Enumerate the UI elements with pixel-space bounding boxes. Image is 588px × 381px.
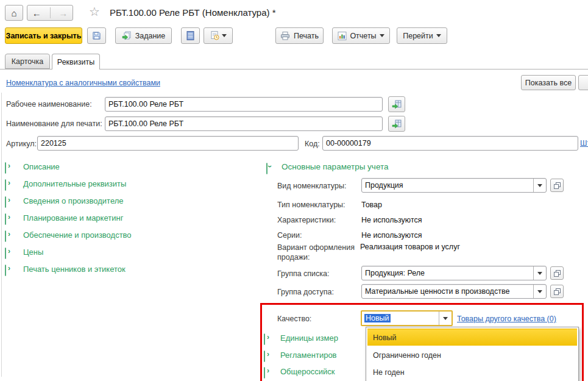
quality-value-wrap: Новый bbox=[362, 314, 439, 322]
section-label: Цены bbox=[23, 247, 43, 257]
sale-option-value: Реализация товаров и услуг bbox=[360, 243, 460, 251]
home-button[interactable]: ⌂ bbox=[5, 5, 23, 21]
task-button[interactable]: Задание bbox=[115, 27, 172, 44]
print-button[interactable]: Печать bbox=[275, 27, 324, 44]
tab-card[interactable]: Карточка bbox=[5, 54, 50, 69]
list-group-combobox[interactable]: Продукция: Реле bbox=[361, 266, 547, 280]
section-supply-production[interactable]: Обеспечение и производство bbox=[5, 230, 6, 241]
kind-label: Вид номенклатуры: bbox=[277, 182, 346, 190]
section-units[interactable]: Единицы измер bbox=[264, 333, 265, 344]
section-collapsed-icon bbox=[5, 179, 6, 191]
similar-items-link[interactable]: Номенклатура с аналогичными свойствами bbox=[6, 79, 160, 87]
barcodes-link[interactable]: Штр bbox=[580, 139, 588, 148]
section-regulated[interactable]: Регламентиров bbox=[264, 351, 265, 361]
show-all-button[interactable]: Показать все bbox=[521, 75, 576, 90]
print-name-pick-button[interactable] bbox=[388, 116, 405, 132]
task-label: Задание bbox=[135, 32, 166, 40]
tab-details[interactable]: Реквизиты bbox=[52, 54, 100, 69]
forward-button[interactable]: → bbox=[54, 8, 73, 18]
dropdown-option-new[interactable]: Новый bbox=[367, 329, 577, 346]
section-description[interactable]: Описание bbox=[5, 162, 6, 173]
dropdown-arrow-icon bbox=[443, 317, 448, 320]
section-classifiers[interactable]: Общероссийск bbox=[264, 367, 265, 378]
section-label: Сведения о производителе bbox=[23, 196, 124, 205]
section-collapsed-icon bbox=[5, 230, 6, 242]
kind-open-button[interactable] bbox=[550, 179, 564, 192]
favorite-star-icon[interactable]: ☆ bbox=[89, 4, 100, 19]
quality-value: Новый bbox=[364, 314, 391, 322]
section-planning-marketing[interactable]: Планирование и маркетинг bbox=[5, 213, 6, 224]
nomenclature-form-window: ⌂ ← → ☆ РБТ.100.00 Реле РБТ (Номенклатур… bbox=[0, 0, 588, 381]
reports-button[interactable]: Отчеты bbox=[332, 27, 390, 44]
printer-icon bbox=[280, 32, 290, 40]
save-and-close-button[interactable]: Записать и закрыть bbox=[5, 27, 82, 44]
working-name-pick-button[interactable] bbox=[388, 96, 405, 112]
select-value-icon bbox=[392, 100, 402, 109]
access-group-value: Материальные ценности в производстве bbox=[362, 287, 533, 296]
section-collapsed-icon bbox=[5, 162, 6, 174]
task-icon bbox=[122, 31, 132, 41]
kind-value: Продукция bbox=[362, 181, 533, 190]
back-icon: ← bbox=[32, 8, 41, 18]
list-group-value: Продукция: Реле bbox=[362, 269, 533, 277]
section-collapsed-icon bbox=[5, 196, 6, 208]
section-label: Основные параметры учета bbox=[282, 162, 389, 171]
nav-divider bbox=[50, 7, 51, 18]
print-name-label: Наименование для печати: bbox=[6, 119, 102, 128]
change-history-button[interactable] bbox=[204, 27, 233, 44]
document-history-icon bbox=[210, 31, 219, 40]
section-prices[interactable]: Цены bbox=[5, 247, 6, 258]
section-main-params[interactable]: Основные параметры учета bbox=[266, 162, 267, 173]
page-title: РБТ.100.00 Реле РБТ (Номенклатура) * bbox=[110, 7, 276, 18]
access-group-combobox[interactable]: Материальные ценности в производстве bbox=[361, 284, 547, 299]
article-input[interactable]: 220125 bbox=[37, 136, 299, 151]
back-button[interactable]: ← bbox=[27, 8, 46, 18]
characteristics-label: Характеристики: bbox=[277, 216, 336, 224]
dropdown-option-unfit[interactable]: Не годен bbox=[366, 364, 578, 381]
report-chart-icon bbox=[338, 32, 347, 40]
panel-left-border bbox=[1, 93, 2, 377]
dropdown-option-limited[interactable]: Ограниченно годен bbox=[366, 347, 578, 364]
dropdown-arrow-icon bbox=[222, 34, 227, 37]
working-name-input[interactable]: РБТ.100.00 Реле РБТ bbox=[105, 97, 383, 112]
registry-list-icon bbox=[186, 31, 194, 40]
type-value: Товар bbox=[361, 201, 382, 209]
combo-arrow-zone[interactable] bbox=[439, 312, 452, 325]
registry-button[interactable] bbox=[181, 27, 200, 44]
print-name-input[interactable]: РБТ.100.00 Реле РБТ bbox=[105, 116, 383, 131]
dropdown-arrow-icon bbox=[436, 34, 441, 37]
section-manufacturer-info[interactable]: Сведения о производителе bbox=[5, 196, 6, 207]
section-collapsed-icon bbox=[5, 247, 6, 259]
quality-combobox[interactable]: Новый bbox=[361, 310, 453, 326]
reports-label: Отчеты bbox=[350, 32, 376, 40]
print-label: Печать bbox=[294, 32, 319, 40]
characteristics-value: Не используются bbox=[361, 216, 422, 224]
open-form-icon bbox=[554, 270, 561, 277]
list-group-label: Группа списка: bbox=[277, 269, 330, 278]
section-collapsed-icon bbox=[264, 367, 265, 379]
list-group-open-button[interactable] bbox=[550, 266, 564, 280]
section-collapsed-icon bbox=[5, 265, 6, 276]
section-label: Печать ценников и этикеток bbox=[23, 265, 126, 274]
section-collapsed-icon bbox=[264, 351, 265, 362]
kind-combobox[interactable]: Продукция bbox=[361, 178, 547, 193]
section-label: Планирование и маркетинг bbox=[23, 213, 123, 223]
save-button[interactable] bbox=[87, 27, 106, 44]
access-group-open-button[interactable] bbox=[550, 285, 564, 298]
dropdown-arrow-icon bbox=[537, 184, 542, 187]
series-label: Серии: bbox=[277, 231, 302, 240]
combo-arrow-zone[interactable] bbox=[533, 266, 546, 280]
combo-arrow-zone[interactable] bbox=[533, 285, 546, 298]
code-input[interactable]: 00-00000179 bbox=[322, 136, 578, 151]
combo-arrow-zone[interactable] bbox=[533, 179, 546, 192]
goto-button[interactable]: Перейти bbox=[397, 27, 447, 44]
edge-partial-button[interactable] bbox=[578, 75, 588, 90]
section-additional-attributes[interactable]: Дополнительные реквизиты bbox=[5, 179, 6, 190]
open-form-icon bbox=[554, 288, 561, 295]
other-quality-goods-link[interactable]: Товары другого качества (0) bbox=[457, 315, 556, 323]
section-label: Общероссийск bbox=[280, 367, 335, 376]
save-icon bbox=[92, 31, 101, 40]
section-label: Единицы измер bbox=[280, 333, 338, 343]
section-price-tags[interactable]: Печать ценников и этикеток bbox=[5, 265, 6, 276]
forward-icon: → bbox=[58, 8, 68, 18]
